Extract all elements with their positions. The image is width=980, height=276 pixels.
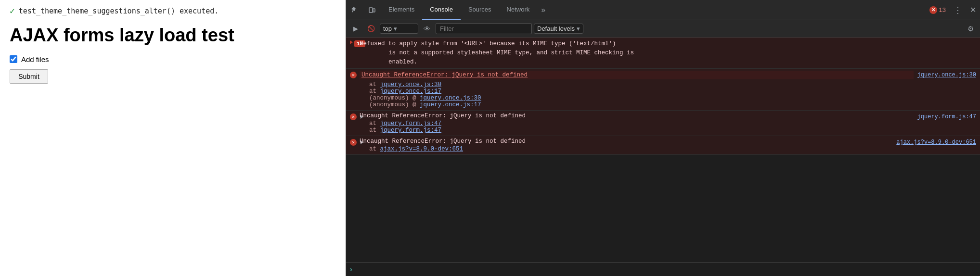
expand-icon[interactable] [350,40,353,44]
console-input-row: › [346,262,980,276]
tab-elements[interactable]: Elements [381,0,422,20]
error-message-style: Refused to apply style from '<URL>' beca… [360,39,976,66]
checkbox-row: Add files [10,55,336,63]
jquery-once-30-link-2[interactable]: jquery.once.js:30 [420,95,481,101]
levels-label: Default levels [537,25,575,32]
play-button[interactable]: ▶ [349,22,362,36]
left-panel: ✓ test_theme_theme_suggestions_alter() e… [0,0,346,276]
devtools-toolbar: ▶ 🚫 top ▾ 👁 Default levels ▾ ⚙ [346,20,980,38]
error-icon-2: ✕ [350,113,357,120]
ajax-source[interactable]: ajax.js?v=8.9.0-dev:651 [892,138,976,146]
error-x-icon: ✕ [929,6,937,14]
jquery-once-source[interactable]: jquery.once.js:30 [914,71,976,78]
console-row-jquery-once-error: ✕ Uncaught ReferenceError: jQuery is not… [346,69,980,111]
devtools-topbar: Elements Console Sources Network » ✕ 13 … [346,0,980,20]
submit-button[interactable]: Submit [10,69,48,84]
check-icon: ✓ [10,6,15,16]
devtools-panel: Elements Console Sources Network » ✕ 13 … [346,0,980,276]
svg-rect-0 [369,8,373,13]
success-text: test_theme_theme_suggestions_alter() exe… [19,7,219,15]
prompt-icon: › [350,265,352,273]
jquery-once-17-link-1[interactable]: jquery.once.js:17 [380,88,442,95]
jquery-form-47-link-2[interactable]: jquery.form.js:47 [380,127,442,134]
jquery-once-error-title: Uncaught ReferenceError: jQuery is not d… [360,71,914,79]
ajax-js-link[interactable]: ajax.js?v=8.9.0-dev:651 [380,146,464,152]
jquery-form-error-msg: Uncaught ReferenceError: jQuery is not d… [360,113,914,134]
jquery-once-17-link-2[interactable]: jquery.once.js:17 [420,101,481,108]
console-row-ajax-error: ✕ Uncaught ReferenceError: jQuery is not… [346,136,980,155]
tab-network[interactable]: Network [499,0,538,20]
ajax-error-msg: Uncaught ReferenceError: jQuery is not d… [360,138,892,152]
svg-rect-1 [373,9,375,12]
console-row-jquery-form-error: ✕ Uncaught ReferenceError: jQuery is not… [346,111,980,136]
form-area: Add files Submit [10,55,336,84]
error-icon-3: ✕ [350,139,357,146]
more-tabs-button[interactable]: » [537,6,549,14]
checkbox-label: Add files [21,55,49,63]
close-devtools-button[interactable]: ✕ [966,5,980,14]
console-input[interactable] [356,266,976,273]
context-selector[interactable]: top ▾ [380,24,418,34]
jquery-once-30-link-1[interactable]: jquery.once.js:30 [380,81,442,88]
context-value: top [383,25,392,32]
clear-console-button[interactable]: 🚫 [364,22,378,36]
console-row-style-error: 10 Refused to apply style from '<URL>' b… [346,38,980,69]
tab-console[interactable]: Console [422,0,461,20]
jquery-form-source[interactable]: jquery.form.js:47 [914,113,976,120]
jquery-form-47-link-1[interactable]: jquery.form.js:47 [380,120,442,127]
success-message: ✓ test_theme_theme_suggestions_alter() e… [10,6,336,16]
eye-button[interactable]: 👁 [420,22,434,36]
tab-sources[interactable]: Sources [461,0,499,20]
console-content: 10 Refused to apply style from '<URL>' b… [346,38,980,262]
filter-input[interactable] [436,23,532,34]
page-title: AJAX forms lazy load test [10,25,336,47]
error-badge: ✕ 13 [926,6,950,14]
device-icon[interactable] [363,0,381,20]
kebab-menu-button[interactable]: ⋮ [950,5,966,15]
error-icon: ✕ [350,72,357,78]
context-arrow-icon: ▾ [394,25,397,32]
levels-arrow-icon: ▾ [577,25,580,32]
error-count: 13 [939,6,946,13]
add-files-checkbox[interactable] [10,55,17,63]
settings-button[interactable]: ⚙ [964,22,977,36]
levels-selector[interactable]: Default levels ▾ [534,24,583,34]
inspect-icon[interactable] [346,0,363,20]
